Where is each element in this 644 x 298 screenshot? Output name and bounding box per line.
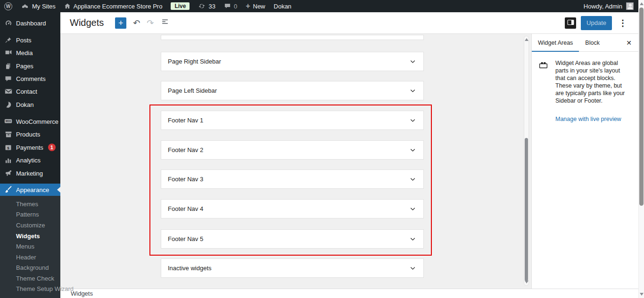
payments-count-badge: 1 [48, 144, 56, 151]
widget-brick-icon [538, 60, 548, 105]
widget-areas-description: Widget Areas are global parts in your si… [555, 59, 631, 105]
chevron-down-icon [409, 57, 417, 65]
paintbrush-icon [4, 186, 12, 194]
my-sites-menu[interactable]: My Sites [17, 0, 60, 12]
update-button[interactable]: Update [581, 16, 612, 30]
howdy-text[interactable]: Howdy, Admin [584, 3, 622, 10]
sidebar-item-marketing[interactable]: Marketing [0, 168, 60, 178]
chevron-down-icon [409, 235, 417, 243]
site-name-menu[interactable]: Appliance Ecommerce Store Pro [60, 0, 167, 12]
footer-status-text: Widgets [71, 290, 93, 297]
widget-area-page-right-sidebar[interactable]: Page Right Sidebar [161, 52, 424, 71]
chevron-down-icon [409, 264, 417, 272]
settings-sidebar-toggle[interactable] [565, 17, 576, 29]
page-scrollbar-thumb[interactable] [639, 8, 644, 206]
dashboard-icon [4, 19, 12, 27]
redo-icon: ↷ [147, 18, 154, 28]
kebab-icon: ⋮ [619, 18, 627, 28]
sidebar-item-posts[interactable]: Posts [0, 35, 60, 45]
pushpin-icon [4, 36, 12, 44]
widget-area-footer-nav-4[interactable]: Footer Nav 4 [161, 199, 424, 218]
admin-bar: W My Sites Appliance Ecommerce Store Pro… [0, 0, 638, 12]
submenu-item-menus[interactable]: Menus [0, 242, 60, 251]
updates-menu[interactable]: 33 [194, 0, 219, 12]
pages-icon [4, 62, 12, 70]
page-scrollbar[interactable] [638, 0, 644, 298]
widget-area-partial[interactable] [161, 35, 424, 40]
submenu-item-patterns[interactable]: Patterns [0, 209, 60, 219]
sidebar-item-pages[interactable]: Pages [0, 61, 60, 71]
redo-button[interactable]: ↷ [147, 18, 154, 28]
sidebar-item-analytics[interactable]: Analytics [0, 155, 60, 165]
list-view-icon [160, 17, 170, 29]
plus-icon: + [246, 2, 250, 10]
submenu-item-theme-setup-wizard[interactable]: Theme Setup Wizard [0, 284, 60, 293]
submenu-item-background[interactable]: Background [0, 263, 60, 272]
widget-area-page-left-sidebar[interactable]: Page Left Sidebar [161, 81, 424, 100]
home-icon [64, 3, 71, 9]
widget-area-footer-nav-5[interactable]: Footer Nav 5 [161, 229, 424, 249]
sidebar-item-comments[interactable]: Comments [0, 73, 60, 84]
widget-area-footer-nav-3[interactable]: Footer Nav 3 [161, 169, 424, 189]
submenu-item-header[interactable]: Header [0, 252, 60, 262]
sidebar-item-contact[interactable]: Contact [0, 86, 60, 97]
list-view-button[interactable] [160, 17, 170, 29]
widget-area-inactive-widgets[interactable]: Inactive widgets [161, 258, 424, 278]
sidebar-item-dashboard[interactable]: Dashboard [0, 18, 60, 28]
scroll-down-arrow[interactable] [525, 281, 528, 283]
canvas-scrollbar-thumb[interactable] [525, 138, 528, 281]
submenu-item-themes[interactable]: Themes [0, 199, 60, 209]
svg-text:$: $ [7, 145, 9, 150]
sidebar-panel-icon [567, 18, 575, 28]
comment-count: 0 [234, 3, 237, 10]
admin-sidebar: Dashboard Posts Media Pages Comments Con… [0, 12, 60, 298]
options-kebab-button[interactable]: ⋮ [617, 18, 629, 28]
block-inserter-button[interactable]: + [115, 17, 126, 29]
dokan-logo-icon [4, 101, 12, 109]
comments-menu[interactable]: 0 [220, 0, 241, 12]
close-sidebar-button[interactable]: ✕ [623, 34, 635, 51]
sidebar-item-media[interactable]: Media [0, 48, 60, 58]
chevron-down-icon [409, 175, 417, 183]
page-title: Widgets [70, 17, 104, 28]
close-icon: ✕ [626, 39, 632, 47]
submenu-item-theme-check[interactable]: Theme Check [0, 274, 60, 283]
page-scroll-up-arrow[interactable] [640, 2, 644, 5]
comments-icon [4, 75, 12, 83]
sidebar-item-payments[interactable]: $ Payments 1 [0, 142, 60, 153]
multisite-houses-icon [21, 3, 29, 9]
sidebar-item-dokan[interactable]: Dokan [0, 99, 60, 110]
editor-canvas: Page Right Sidebar Page Left Sidebar Foo… [60, 34, 531, 289]
widget-area-footer-nav-2[interactable]: Footer Nav 2 [161, 140, 424, 160]
new-label: New [253, 3, 265, 10]
avatar[interactable] [626, 2, 634, 10]
submenu-item-customize[interactable]: Customize [0, 220, 60, 230]
new-content-menu[interactable]: + New [241, 0, 269, 12]
scroll-up-arrow[interactable] [525, 38, 528, 41]
chevron-down-icon [409, 146, 417, 154]
chevron-down-icon [409, 205, 417, 213]
chevron-down-icon [409, 116, 417, 124]
payments-icon: $ [4, 144, 12, 152]
tab-block[interactable]: Block [579, 34, 606, 51]
sidebar-item-woocommerce[interactable]: WOO WooCommerce [0, 116, 60, 127]
canvas-scrollbar[interactable] [524, 36, 529, 286]
widget-area-footer-nav-1[interactable]: Footer Nav 1 [161, 111, 424, 130]
sidebar-item-appearance[interactable]: Appearance [0, 184, 60, 196]
woocommerce-icon: WOO [4, 118, 12, 126]
sidebar-item-products[interactable]: Products [0, 129, 60, 139]
submenu-item-widgets[interactable]: Widgets [0, 231, 60, 241]
page-scroll-down-arrow[interactable] [640, 293, 644, 296]
live-badge: Live [171, 2, 190, 10]
inspector-tabs: Widget Areas Block ✕ [532, 34, 638, 52]
undo-button[interactable]: ↶ [133, 18, 140, 28]
dokan-label: Dokan [274, 3, 292, 10]
manage-live-preview-link[interactable]: Manage with live preview [555, 116, 638, 122]
editor-toolbar: Widgets + ↶ ↷ Update ⋮ [60, 12, 638, 34]
dokan-menu[interactable]: Dokan [270, 0, 296, 12]
wp-logo-menu[interactable]: W [0, 0, 17, 12]
envelope-icon [4, 88, 12, 96]
plus-icon: + [118, 18, 124, 28]
live-status: Live [166, 0, 194, 12]
tab-widget-areas[interactable]: Widget Areas [532, 34, 579, 51]
